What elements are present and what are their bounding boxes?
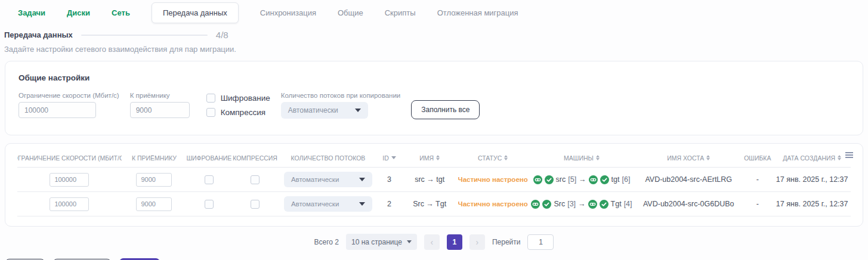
row-machines: src [5] → tgt [6] [528,175,635,184]
row-receiver-input[interactable] [136,173,172,187]
goto-page-input[interactable] [527,234,554,250]
row-error: - [742,200,773,208]
tab-disks[interactable]: Диски [67,8,90,17]
col-error[interactable]: Ошибка [742,154,773,162]
receiver-field: К приёмнику [130,92,190,118]
next-page-button[interactable] [469,234,485,250]
table-menu-icon[interactable] [845,152,853,158]
col-hostname[interactable]: Имя хоста [635,154,742,162]
sort-icon[interactable] [436,155,440,160]
step-progress-bar [81,35,208,36]
status-badge: Частично настроено [458,176,528,183]
fill-all-button[interactable]: Заполнить все [411,100,480,119]
chevron-down-icon [359,178,365,181]
arrow-icon: → [579,175,586,184]
row-encryption-checkbox[interactable] [205,200,214,209]
vm-mask-icon [533,175,542,184]
col-name[interactable]: Имя [401,154,458,162]
encryption-checkbox[interactable] [206,94,215,103]
row-threads-value: Автоматически [291,176,339,183]
wizard-tab-bar: Задачи Диски Сеть Передача данных Синхро… [0,0,868,24]
col-created[interactable]: Дата создания [773,154,851,162]
threads-field: Количество потоков при копировании Автом… [281,92,401,119]
sort-icon[interactable] [504,155,508,160]
compression-label: Компрессия [221,108,265,117]
vm-mask-icon [588,200,597,209]
threads-select-value: Автоматически [288,106,338,114]
row-compression-checkbox[interactable] [251,175,260,184]
prev-page-button[interactable] [424,234,440,250]
speed-limit-input[interactable] [18,102,96,118]
general-settings-card: Общие настройки Ограничение скорости (Мб… [5,61,863,135]
row-threads-value: Автоматически [291,200,339,208]
compression-checkbox[interactable] [206,108,215,117]
page-subtitle: Задайте настройки сетевого взаимодействи… [0,40,868,54]
row-name: Src → Tgt [401,200,458,208]
row-speed-limit-input[interactable] [50,173,89,187]
row-speed-limit-input[interactable] [50,197,89,211]
tab-network[interactable]: Сеть [112,8,130,17]
sort-icon[interactable] [706,155,710,160]
row-machines: Src [3] → Tgt [4] [528,200,635,209]
row-id: 3 [377,175,401,184]
table-header-row: Ограничение скорости (Мбит/с) К приёмник… [17,148,851,168]
machine-target-count: [6] [622,175,631,184]
chevron-down-icon [355,109,361,112]
page-number-button[interactable]: 1 [447,234,462,250]
row-error: - [742,175,773,184]
tab-general[interactable]: Общие [338,8,363,17]
receiver-input[interactable] [130,102,190,118]
threads-select[interactable]: Автоматически [281,102,368,119]
machine-target-name: Tgt [611,200,622,208]
row-threads-select[interactable]: Автоматически [284,172,372,187]
row-id: 2 [377,200,401,208]
sort-icon[interactable] [838,155,841,160]
tab-tasks[interactable]: Задачи [18,8,45,17]
sort-icon[interactable] [596,155,600,160]
tab-scripts[interactable]: Скрипты [385,8,416,17]
row-encryption-checkbox[interactable] [205,175,214,184]
vm-mask-icon [531,200,540,209]
col-receiver[interactable]: К приёмнику [122,154,187,162]
encryption-checkbox-row[interactable]: Шифрование [206,94,270,103]
pagination-total: Всего 2 [314,238,339,246]
tab-deferred-migration[interactable]: Отложенная миграция [437,8,518,17]
arrow-icon: → [578,200,586,208]
per-page-value: 10 на странице [351,238,402,246]
table-row: Автоматически 3 src → tgt Частично настр… [17,168,851,192]
machine-source-count: [5] [568,175,576,184]
row-receiver-input[interactable] [136,197,172,211]
sort-desc-icon[interactable] [391,156,396,159]
col-threads[interactable]: Количество потоков [279,154,378,162]
receiver-label: К приёмнику [130,92,190,99]
row-compression-checkbox[interactable] [251,200,260,209]
check-circle-icon [600,175,609,184]
col-speed-limit[interactable]: Ограничение скорости (Мбит/с) [17,154,122,162]
check-circle-icon [542,200,551,209]
row-hostname: AVD-ub2004-src-AErtLRG [635,175,742,184]
row-name: src → tgt [401,175,458,184]
col-compression[interactable]: Компрессия [231,154,279,162]
row-threads-select[interactable]: Автоматически [284,196,372,212]
threads-label: Количество потоков при копировании [281,92,401,99]
pagination: Всего 2 10 на странице 1 Перейти [0,234,868,250]
compression-checkbox-row[interactable]: Компрессия [206,108,270,117]
tab-data-transfer[interactable]: Передача данных [152,2,239,23]
machine-target-name: tgt [611,175,620,184]
col-id[interactable]: ID [377,154,401,162]
per-page-select[interactable]: 10 на странице [346,234,417,250]
step-counter: 4/8 [216,30,228,40]
col-machines[interactable]: Машины [528,154,635,162]
wizard-footer: Назад Пропустить Далее [0,250,868,260]
general-settings-title: Общие настройки [18,73,850,82]
vm-mask-icon [589,175,598,184]
check-circle-icon [600,200,608,209]
chevron-down-icon [359,202,365,206]
tab-synchronization[interactable]: Синхронизация [260,8,316,17]
machine-source-count: [3] [567,200,576,208]
col-encryption[interactable]: Шифрование [187,154,231,162]
migration-pairs-table-card: Ограничение скорости (Мбит/с) К приёмник… [5,143,863,227]
goto-page-label: Перейти [492,238,521,246]
page-title: Передача данных [4,30,73,39]
col-status[interactable]: Статус [458,154,528,162]
